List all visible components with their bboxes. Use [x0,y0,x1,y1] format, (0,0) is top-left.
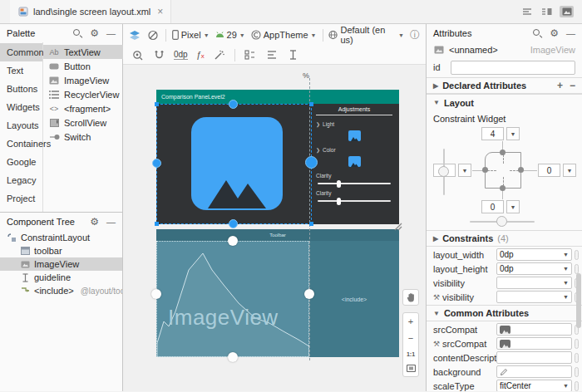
chevron-down-icon[interactable]: ▼ [563,164,576,177]
contentdescription-field[interactable] [496,351,572,364]
zoom-in-button[interactable]: + [408,317,413,326]
slider-thumb[interactable] [337,180,341,188]
chevron-down-icon[interactable]: ▼ [506,127,520,140]
code-view-icon[interactable] [520,6,534,17]
common-attributes-section[interactable]: ▼ Common Attributes [427,305,582,321]
selection-handle[interactable] [228,352,238,362]
infer-constraints-icon[interactable] [213,48,226,61]
layout-section[interactable]: ▼ Layout [427,94,582,110]
palette-category-common[interactable]: Common [0,43,42,61]
declared-attributes-section[interactable]: ▶ Declared Attributes + − [427,77,582,94]
attributes-scrollbar[interactable] [576,273,581,328]
tree-node-include[interactable]: <include> @layout/tools_single... [0,284,122,297]
palette-item-textview[interactable]: Ab TextView [43,45,134,59]
constraints-section[interactable]: ▶ Constraints (4) [427,230,582,247]
palette-category-widgets[interactable]: Widgets [0,98,42,116]
align-icon[interactable] [265,48,279,61]
close-tab-icon[interactable]: × [157,6,163,17]
visibility-dropdown[interactable]: ▼ [496,277,572,289]
pin-toggle[interactable] [575,339,579,349]
pin-toggle[interactable] [575,367,579,377]
id-input[interactable] [451,61,575,75]
palette-category-google[interactable]: Google [0,153,42,171]
tree-node-imageview[interactable]: ImageView [0,257,122,271]
blueprint-include-region[interactable]: <include> [309,241,399,357]
top-spring[interactable] [503,154,504,164]
left-anchor[interactable] [482,167,488,173]
search-icon[interactable] [73,29,82,38]
palette-item-scrollview[interactable]: ScrollView [43,115,134,130]
palette-item-button[interactable]: Button [43,59,134,73]
design-surface-icon[interactable] [129,28,141,42]
default-margin-dropdown[interactable]: 0dp [174,50,188,60]
tree-node-toolbar[interactable]: toolbar [0,244,122,257]
pin-toggle[interactable] [575,250,579,260]
tools-srccompat-field[interactable] [496,337,572,350]
minimize-icon[interactable]: — [566,29,575,38]
design-view-screen[interactable]: Comparison PaneLevel2 Adjustments ❯ Ligh… [156,90,399,224]
selection-handle[interactable] [151,289,161,299]
bottom-anchor[interactable] [500,185,506,191]
pin-toggle[interactable] [575,381,579,391]
zoom-100-button[interactable]: 1:1 [407,351,415,357]
selection-handle[interactable] [228,236,238,246]
pin-toggle[interactable] [575,353,579,363]
palette-item-fragment[interactable]: <> <fragment> [43,101,134,115]
search-icon[interactable] [533,29,542,38]
theme-dropdown[interactable]: AppTheme▼ [251,30,317,40]
api-level-dropdown[interactable]: 29▼ [215,30,245,40]
gear-icon[interactable]: ⚙ [550,28,559,38]
horizontal-bias-knob[interactable] [496,216,507,227]
chevron-down-icon[interactable]: ▼ [506,200,520,213]
palette-item-switch[interactable]: Switch [43,130,134,144]
gear-icon[interactable]: ⚙ [90,217,99,227]
blueprint-imageview[interactable]: ImageView [156,241,309,357]
layout-height-dropdown[interactable]: 0dp▼ [496,262,572,275]
clarity-slider-2[interactable] [318,200,391,202]
zoom-to-fit-button[interactable] [407,365,416,372]
orientation-icon[interactable] [147,28,160,42]
clear-constraints-icon[interactable]: ƒx [196,50,205,60]
guideline-percent-badge[interactable]: % [303,71,309,80]
zoom-out-button[interactable]: − [408,334,413,343]
right-anchor[interactable] [518,167,524,173]
gear-icon[interactable]: ⚙ [90,28,99,38]
design-canvas[interactable]: % Comparison PaneLevel2 Adjustments [123,65,426,391]
scaletype-dropdown[interactable]: fitCenter▼ [496,380,572,391]
pan-button[interactable] [402,289,419,306]
palette-item-imageview[interactable]: ImageView [43,73,134,87]
view-options-icon[interactable] [131,48,144,61]
locale-dropdown[interactable]: Default (en us)▼ [328,25,404,45]
imageview-placeholder[interactable] [191,117,283,210]
vertical-guideline[interactable] [309,78,310,360]
palette-category-legacy[interactable]: Legacy [0,171,42,189]
top-anchor[interactable] [500,149,506,155]
autoconnect-icon[interactable] [152,48,165,61]
remove-attribute-icon[interactable]: − [570,80,575,91]
editor-tab[interactable]: land\single screen layout.xml × [10,0,171,23]
palette-item-recyclerview[interactable]: RecyclerView [43,87,134,101]
layout-width-dropdown[interactable]: 0dp▼ [496,248,572,261]
clarity-slider-1[interactable] [318,183,391,184]
background-field[interactable] [496,365,572,378]
minimize-icon[interactable]: — [106,29,116,38]
srccompat-field[interactable] [496,323,572,336]
pack-icon[interactable] [244,48,257,61]
selection-handle[interactable] [304,289,314,299]
bottom-margin-dropdown[interactable]: 0▼ [481,200,520,213]
top-margin-dropdown[interactable]: 4▼ [481,127,520,140]
palette-category-buttons[interactable]: Buttons [0,80,42,98]
palette-category-text[interactable]: Text [0,61,42,80]
blueprint-view-screen[interactable]: Toolbar ImageView <include> [156,229,399,357]
screen-resize-handle[interactable] [392,221,402,231]
minimize-icon[interactable]: — [106,218,116,227]
split-view-icon[interactable] [540,6,554,17]
palette-category-project[interactable]: Project [0,189,42,208]
vertical-bias-knob[interactable] [438,166,449,177]
left-spring[interactable] [487,170,496,171]
device-dropdown[interactable]: Pixel▼ [172,30,210,40]
tree-node-guideline[interactable]: guideline [0,271,122,284]
info-icon[interactable]: ⓘ [410,28,420,42]
palette-category-layouts[interactable]: Layouts [0,116,42,135]
chevron-down-icon[interactable]: ▼ [458,164,471,177]
